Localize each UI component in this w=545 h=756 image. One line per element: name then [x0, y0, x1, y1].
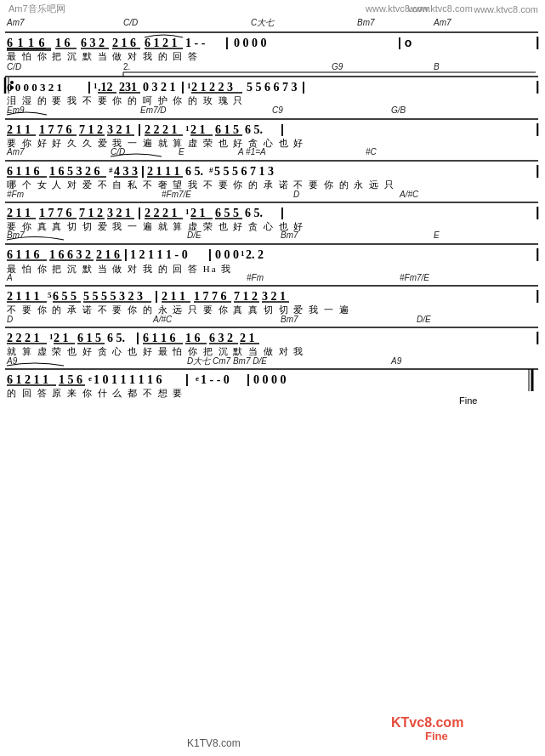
- svg-text:|: |: [281, 122, 284, 136]
- svg-text:1 6 5 3 2 6: 1 6 5 3 2 6: [49, 165, 100, 178]
- svg-text:2 1 6: 2 1 6: [112, 37, 136, 49]
- svg-text:5 5 5 6 7 1 3: 5 5 5 6 7 1 3: [214, 165, 274, 178]
- svg-text:#C: #C: [366, 147, 378, 156]
- svg-text:|: |: [536, 79, 539, 94]
- svg-text:|: |: [302, 80, 305, 94]
- svg-text:6 5.: 6 5.: [185, 165, 203, 178]
- svg-text:|: |: [536, 163, 539, 178]
- svg-text:|: |: [124, 247, 128, 261]
- svg-text:2 1 1 1: 2 1 1 1: [7, 290, 40, 303]
- svg-text:1 7 7 6: 1 7 7 6: [39, 207, 72, 219]
- svg-text:|: |: [88, 80, 91, 94]
- svg-text:A #1=A: A #1=A: [237, 147, 266, 156]
- svg-text:5 5 6 6 7 3: 5 5 6 6 7 3: [247, 81, 298, 94]
- svg-point-36: [10, 86, 14, 89]
- svg-text:|: |: [536, 247, 539, 261]
- svg-text:#Fm: #Fm: [7, 190, 24, 199]
- svg-text:231: 231: [119, 81, 137, 94]
- svg-text:KTvc8.com: KTvc8.com: [391, 715, 463, 730]
- svg-text:1 - -  0: 1 - - 0: [201, 373, 230, 386]
- svg-text:泪 湿 的    要    我 不 要  你 的 呵  护 : 泪 湿 的 要 我 不 要 你 的 呵 护 你 的 玫 瑰 只: [7, 95, 244, 105]
- svg-text:2 1: 2 1: [190, 207, 206, 219]
- svg-text:2 1 6: 2 1 6: [96, 248, 120, 261]
- svg-text:G/B: G/B: [391, 105, 406, 115]
- svg-text:D大七 Cm7 Bm7  D/E: D大七 Cm7 Bm7 D/E: [187, 356, 267, 366]
- svg-text:6 5 5: 6 5 5: [53, 290, 77, 303]
- svg-text:A/#C: A/#C: [152, 315, 173, 324]
- svg-point-35: [10, 81, 14, 84]
- svg-text:Em7/D: Em7/D: [140, 105, 167, 115]
- svg-text:|: |: [247, 372, 250, 386]
- svg-text:2 1 2 2 3: 2 1 2 2 3: [191, 81, 233, 94]
- svg-text:6 1 2 1: 6 1 2 1: [145, 37, 178, 49]
- svg-text:A9: A9: [390, 356, 402, 366]
- svg-text:E: E: [179, 147, 185, 156]
- svg-text:0 0 0 0 3 2 1: 0 0 0 0 3 2 1: [7, 81, 62, 94]
- svg-text:6 1 1 6: 6 1 1 6: [7, 248, 40, 261]
- svg-text:2 1 1: 2 1 1: [162, 290, 185, 303]
- svg-text:6 1 1 6: 6 1 1 6: [7, 165, 40, 178]
- svg-text:2 1 1 1: 2 1 1 1: [147, 165, 180, 178]
- watermark-top: www.ktvc8.com: [474, 4, 538, 14]
- svg-text:6 5.: 6 5.: [245, 207, 263, 219]
- svg-text:|: |: [536, 35, 539, 49]
- svg-text:e: e: [196, 374, 199, 383]
- svg-text:哪 个 女 人 对 爱 不 自 私 不  奢 望 我  不 : 哪 个 女 人 对 爱 不 自 私 不 奢 望 我 不 要 你 的 承 诺 不 …: [7, 179, 395, 190]
- svg-text:1: 1: [185, 207, 190, 216]
- svg-text:|: |: [138, 122, 141, 136]
- svg-text:3 2 1: 3 2 1: [262, 290, 286, 303]
- svg-text:7 1 2: 7 1 2: [79, 207, 103, 219]
- svg-text:6 1 5: 6 1 5: [77, 332, 101, 344]
- svg-text:Bm7: Bm7: [281, 230, 298, 240]
- svg-text:|: |: [138, 206, 141, 219]
- svg-text:Am7音乐吧网: Am7音乐吧网: [9, 3, 65, 14]
- svg-text:要 你 真   真 切 切 爱 我 一   遍  就 算 虚: 要 你 真 真 切 切 爱 我 一 遍 就 算 虚 荣 也 好 贪 心 也 好: [7, 221, 304, 231]
- svg-text:A: A: [6, 273, 13, 282]
- svg-text:Bm7: Bm7: [357, 18, 375, 27]
- svg-text:Fine: Fine: [425, 730, 448, 742]
- svg-text:1 5 6: 1 5 6: [59, 373, 82, 386]
- svg-text:1 6: 1 6: [185, 332, 201, 344]
- svg-text:D/E: D/E: [417, 315, 431, 324]
- svg-text:1: 1: [185, 124, 190, 133]
- svg-text:B: B: [434, 62, 440, 71]
- svg-text:6 5.: 6 5.: [107, 332, 125, 344]
- svg-text:|: |: [155, 289, 158, 303]
- svg-text:Am7: Am7: [433, 18, 451, 27]
- svg-text:|: |: [141, 164, 145, 178]
- svg-text:1 6 6 3 2: 1 6 6 3 2: [49, 248, 91, 261]
- svg-text:6 1 1 6: 6 1 1 6: [7, 37, 46, 49]
- svg-text:K1TV8.com: K1TV8.com: [187, 737, 241, 749]
- svg-text:0 0 0 0: 0 0 0 0: [234, 37, 267, 49]
- svg-text:2. 2: 2. 2: [246, 248, 264, 261]
- svg-text:D: D: [7, 315, 13, 324]
- svg-text:|: |: [136, 331, 139, 344]
- svg-text:1  0 1 1 1 1 1 6: 1 0 1 1 1 1 1 6: [94, 373, 162, 386]
- svg-text:1: 1: [241, 249, 245, 258]
- svg-text:7 1 2: 7 1 2: [234, 290, 258, 303]
- svg-text:2 2 2 1: 2 2 2 1: [7, 332, 40, 344]
- svg-text:3 2 1: 3 2 1: [107, 207, 131, 219]
- svg-text:7 1 2: 7 1 2: [79, 123, 103, 136]
- svg-text:6 1 2 1 1: 6 1 2 1 1: [7, 373, 48, 386]
- svg-text:|: |: [536, 288, 539, 303]
- score-svg: www.ktvc8.com Am7音乐吧网 Am7 C/D C大七 Bm7 Am…: [0, 0, 545, 756]
- svg-text:.12: .12: [98, 81, 113, 94]
- svg-text:|: |: [208, 247, 212, 261]
- svg-text:2.: 2.: [123, 62, 130, 71]
- svg-text:5: 5: [48, 291, 52, 299]
- page: www.ktvc8.com www.ktvc8.com Am7音乐吧网 Am7 …: [0, 0, 545, 756]
- svg-text:#: #: [209, 166, 213, 174]
- svg-text:|: |: [181, 80, 185, 94]
- svg-text:e: e: [88, 374, 92, 383]
- svg-text:5 5 5 5 3 2 3: 5 5 5 5 3 2 3: [83, 290, 143, 303]
- svg-text:2 1: 2 1: [190, 123, 206, 136]
- svg-text:Bm7: Bm7: [281, 315, 298, 324]
- svg-text:www.ktvc8.com: www.ktvc8.com: [365, 3, 430, 14]
- svg-text:|: |: [185, 372, 189, 386]
- svg-text:最 怕 你 把 沉  默  当 做 对 我 的  回   答: 最 怕 你 把 沉 默 当 做 对 我 的 回 答 Ha 我: [7, 264, 232, 274]
- svg-text:C9: C9: [272, 105, 283, 115]
- svg-text:1 - -: 1 - -: [185, 37, 206, 49]
- svg-text:2 1 1: 2 1 1: [7, 123, 31, 136]
- svg-text:1 6: 1 6: [55, 37, 71, 49]
